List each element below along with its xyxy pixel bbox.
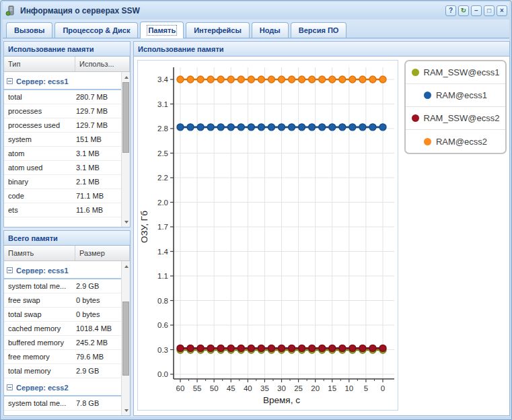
svg-text:1.1: 1.1 (157, 272, 168, 280)
scroll-up-arrow[interactable] (122, 73, 130, 81)
table-row[interactable]: atom used3.1 MB (4, 161, 121, 175)
total-memory-grid: Сервер: ecss1 system total me...2.9 GB f… (4, 261, 130, 415)
vertical-scrollbar[interactable] (121, 261, 130, 415)
tab-nodes[interactable]: Ноды (252, 22, 289, 38)
table-row[interactable]: system151 MB (4, 133, 121, 147)
group-row-ecss1[interactable]: Сервер: ecss1 (4, 262, 121, 279)
table-row[interactable]: system total me...2.9 GB (4, 279, 121, 293)
legend-item-ram-ecss2[interactable]: RAM@ecss2 (406, 130, 505, 153)
app-window: Информация о серверах SSW ? ↻ − □ × Вызо… (0, 0, 512, 420)
table-row[interactable]: ets11.6 MB (4, 203, 121, 217)
svg-text:Время, с: Время, с (263, 395, 300, 405)
table-row[interactable]: total memory2.9 GB (4, 364, 121, 378)
help-button[interactable]: ? (445, 5, 456, 16)
group-row-ecss2[interactable]: Сервер: ecss2 (4, 380, 121, 396)
chart-panel: Использование памяти 3.43.12.82.52.22.01… (133, 41, 510, 416)
tab-processor-disk[interactable]: Процессор & Диск (54, 22, 138, 38)
table-row[interactable]: free swap0 bytes (4, 293, 121, 308)
svg-text:2.2: 2.2 (157, 174, 168, 182)
svg-text:0.3: 0.3 (157, 346, 168, 354)
total-memory-panel-title: Всего памяти (8, 234, 58, 242)
svg-text:0.8: 0.8 (157, 297, 168, 305)
svg-text:2.0: 2.0 (157, 199, 168, 207)
chart-panel-body: 3.43.12.82.52.22.01.71.41.10.80.60.30.06… (134, 57, 509, 415)
svg-text:3.1: 3.1 (157, 100, 168, 108)
memory-usage-chart: 3.43.12.82.52.22.01.71.41.10.80.60.30.06… (137, 60, 398, 411)
scroll-up-arrow[interactable] (122, 262, 130, 271)
series-marker (412, 69, 419, 76)
table-row[interactable]: processes used129.7 MB (4, 118, 121, 133)
svg-text:15: 15 (328, 384, 336, 392)
svg-text:30: 30 (277, 384, 286, 392)
svg-text:25: 25 (294, 384, 303, 392)
svg-text:5: 5 (364, 384, 368, 392)
series-marker (412, 114, 419, 122)
tab-software-version[interactable]: Версия ПО (291, 22, 347, 38)
tab-memory[interactable]: Память (140, 22, 184, 38)
total-memory-column-headers: Память Размер (4, 246, 130, 261)
svg-text:ОЗУ, Гб: ОЗУ, Гб (139, 211, 149, 243)
table-row[interactable]: atom3.1 MB (4, 147, 121, 161)
column-header-memory[interactable]: Память (4, 246, 75, 260)
tab-bar: Вызовы Процессор & Диск Память Интерфейс… (3, 20, 509, 38)
window-title: Информация о серверах SSW (20, 6, 140, 15)
table-row[interactable]: binary2.1 MB (4, 175, 121, 189)
scrollbar-thumb[interactable] (122, 82, 129, 153)
column-header-used[interactable]: Использ... (75, 57, 130, 71)
column-header-size[interactable]: Размер (75, 246, 130, 260)
svg-text:1.4: 1.4 (157, 248, 169, 256)
svg-text:60: 60 (176, 384, 185, 392)
svg-text:0.6: 0.6 (157, 321, 168, 329)
window-controls: ? ↻ − □ × (445, 5, 507, 16)
svg-text:2.8: 2.8 (157, 125, 168, 133)
vertical-scrollbar[interactable] (121, 72, 130, 227)
svg-text:45: 45 (227, 384, 235, 392)
tab-calls[interactable]: Вызовы (6, 22, 52, 38)
svg-text:50: 50 (210, 384, 219, 392)
refresh-button[interactable]: ↻ (458, 5, 469, 16)
series-marker (424, 92, 431, 99)
svg-text:35: 35 (260, 384, 269, 392)
legend-item-ram-ssw-ecss1[interactable]: RAM_SSW@ecss1 (406, 61, 505, 84)
chart-legend: RAM_SSW@ecss1 RAM@ecss1 RAM_SSW@ecss2 RA… (404, 60, 507, 154)
close-button[interactable]: × (497, 5, 507, 16)
scrollbar-thumb[interactable] (122, 302, 129, 376)
table-row[interactable]: code71.1 MB (4, 189, 121, 203)
scroll-down-arrow[interactable] (122, 406, 130, 415)
table-row[interactable]: cached memory1018.4 MB (4, 322, 121, 336)
memory-usage-panel: Использование памяти Тип Использ... Серв… (3, 41, 131, 228)
scroll-down-arrow[interactable] (122, 217, 130, 226)
group-row-ecss1[interactable]: Сервер: ecss1 (4, 73, 121, 90)
svg-text:20: 20 (311, 384, 320, 392)
svg-text:0: 0 (381, 384, 385, 392)
memory-usage-panel-header: Использование памяти (4, 42, 130, 57)
table-row[interactable]: system total me...7.8 GB (4, 396, 121, 411)
server-icon (5, 5, 16, 16)
table-row[interactable]: buffered memory245.2 MB (4, 336, 121, 350)
memory-usage-panel-title: Использование памяти (8, 45, 94, 53)
tab-interfaces[interactable]: Интерфейсы (186, 22, 250, 38)
line-chart: 3.43.12.82.52.22.01.71.41.10.80.60.30.06… (138, 61, 399, 411)
chart-panel-header: Использование памяти (134, 42, 509, 57)
legend-item-ram-ecss1[interactable]: RAM@ecss1 (406, 84, 505, 107)
series-marker (424, 138, 431, 145)
minimize-button[interactable]: − (471, 5, 482, 16)
total-memory-panel: Всего памяти Память Размер Сервер: ecss1… (3, 230, 131, 416)
collapse-icon[interactable] (7, 384, 13, 390)
total-memory-panel-header: Всего памяти (4, 231, 130, 246)
collapse-icon[interactable] (7, 267, 13, 273)
svg-text:0.0: 0.0 (157, 370, 168, 378)
table-row[interactable]: processes129.7 MB (4, 104, 121, 118)
table-row[interactable]: total280.7 MB (4, 90, 121, 104)
legend-item-ram-ssw-ecss2[interactable]: RAM_SSW@ecss2 (406, 107, 505, 130)
table-row[interactable]: free memory79.6 MB (4, 350, 121, 364)
column-header-type[interactable]: Тип (4, 57, 75, 71)
svg-text:1.7: 1.7 (157, 223, 168, 231)
svg-text:10: 10 (344, 384, 353, 392)
svg-text:2.5: 2.5 (157, 149, 168, 158)
content-area: Использование памяти Тип Использ... Серв… (3, 39, 509, 417)
maximize-button[interactable]: □ (484, 5, 495, 16)
svg-text:55: 55 (193, 384, 202, 392)
collapse-icon[interactable] (7, 78, 13, 84)
table-row[interactable]: total swap0 bytes (4, 308, 121, 322)
